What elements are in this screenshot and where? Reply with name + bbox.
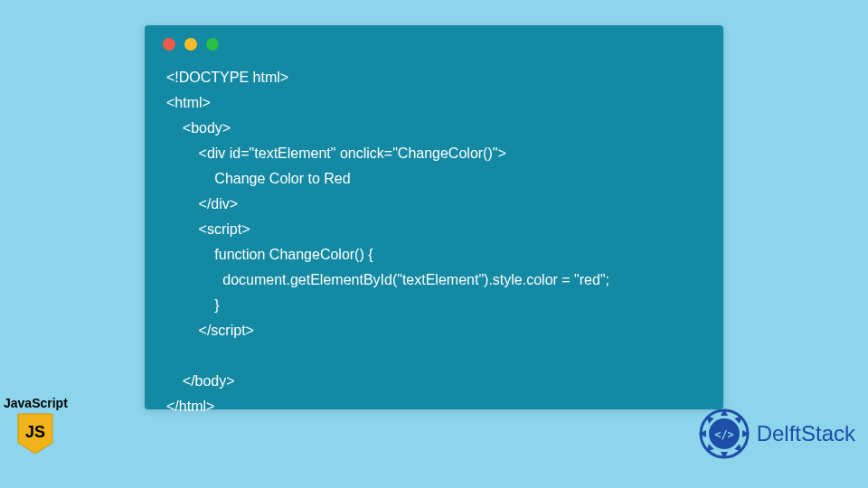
window-traffic-lights xyxy=(145,25,723,60)
code-window: <!DOCTYPE html> <html> <body> <div id="t… xyxy=(145,25,723,409)
window-close-icon[interactable] xyxy=(163,38,175,51)
delftstack-brand-text: DelftStack xyxy=(757,421,855,446)
window-minimize-icon[interactable] xyxy=(184,38,197,51)
javascript-badge: JavaScript JS xyxy=(4,396,68,459)
window-maximize-icon[interactable] xyxy=(206,38,219,51)
code-block: <!DOCTYPE html> <html> <body> <div id="t… xyxy=(145,60,723,437)
delftstack-logo: </> DelftStack xyxy=(697,407,855,461)
js-icon-text: JS xyxy=(25,423,45,441)
javascript-label: JavaScript xyxy=(4,396,68,410)
javascript-shield-icon: JS xyxy=(16,412,54,455)
svg-text:</>: </> xyxy=(714,428,734,441)
delftstack-gear-icon: </> xyxy=(697,407,751,461)
